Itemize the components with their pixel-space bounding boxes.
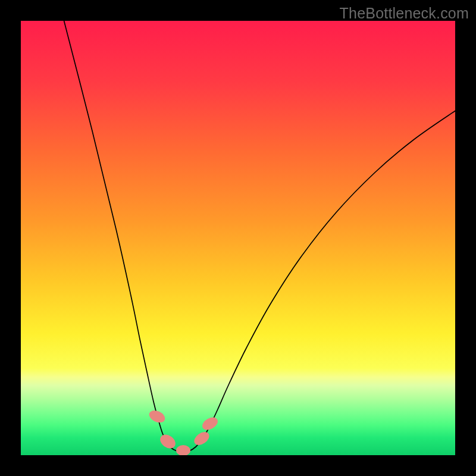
valley-marker-4 [200,415,220,433]
valley-marker-3 [192,430,211,448]
watermark-text: TheBottleneck.com [340,5,469,22]
valley-marker-0 [148,408,167,425]
valley-marker-1 [158,432,178,451]
plot-area [21,21,455,455]
chart-frame: TheBottleneck.com [0,0,476,476]
bottleneck-curve [62,21,455,452]
curve-right-branch [183,110,455,452]
curve-layer [21,21,455,455]
curve-left-branch [62,21,183,452]
valley-markers [148,408,220,455]
valley-marker-2 [176,445,190,455]
